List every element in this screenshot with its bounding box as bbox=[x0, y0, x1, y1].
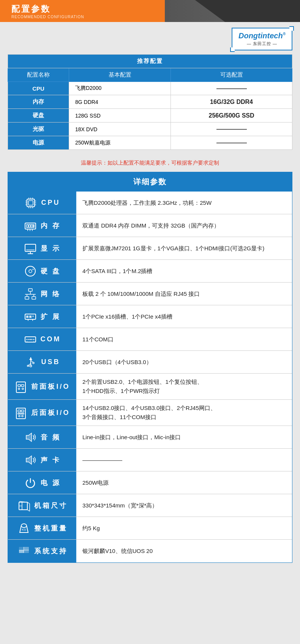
svg-rect-37 bbox=[26, 316, 28, 318]
svg-point-27 bbox=[29, 270, 32, 273]
detail-label-usb: USB bbox=[8, 351, 76, 373]
detail-label-text-audio: 音 频 bbox=[41, 433, 61, 442]
svg-marker-51 bbox=[29, 357, 32, 360]
memory-icon bbox=[23, 218, 38, 233]
header-title-en: RECOMMENDED CONFIGURATION bbox=[11, 15, 84, 19]
rec-row-optional bbox=[171, 82, 292, 95]
cpu-icon bbox=[24, 196, 38, 210]
svg-rect-39 bbox=[32, 316, 34, 317]
svg-point-68 bbox=[19, 415, 20, 417]
svg-rect-66 bbox=[20, 413, 22, 414]
svg-rect-64 bbox=[21, 410, 24, 412]
usb-icon bbox=[24, 355, 38, 369]
detail-label-text-rear-io: 后面板I/O bbox=[31, 408, 70, 417]
svg-rect-15 bbox=[27, 225, 28, 228]
main-content: 推荐配置 配置名称 基本配置 可选配置 CPU飞腾D2000内存8G DDR41… bbox=[0, 54, 300, 570]
header-title-cn: 配置参数 bbox=[11, 3, 84, 15]
rec-row-optional: 16G/32G DDR4 bbox=[171, 95, 292, 109]
detail-value-front-io: 2个前置USB2.0、1个电源按钮、1个复位按钮、 1个HDD指示、1个PWR指… bbox=[76, 374, 292, 399]
detail-value-display: 扩展景嘉微JM7201 1G显卡，1个VGA接口、1个HDMI接口(可选2G显卡… bbox=[76, 237, 292, 259]
hdd-icon bbox=[23, 264, 38, 278]
detail-row-cpu: CPU飞腾D2000处理器，工作主频 2.3GHz，功耗：25W bbox=[8, 192, 292, 214]
detail-row-memory: 内 存双通道 DDR4 内存 DIMM，可支持 32GB（国产内存） bbox=[8, 214, 292, 237]
detail-value-weight: 约5 Kg bbox=[76, 517, 292, 539]
rear-io-icon bbox=[14, 405, 28, 420]
svg-rect-67 bbox=[22, 413, 24, 414]
col-name-header: 配置名称 bbox=[8, 68, 69, 82]
rec-row: CPU飞腾D2000 bbox=[8, 82, 292, 95]
detail-row-display: 显 示扩展景嘉微JM7201 1G显卡，1个VGA接口、1个HDMI接口(可选2… bbox=[8, 237, 292, 260]
detail-label-text-expand: 扩 展 bbox=[41, 312, 61, 321]
detail-label-text-chassis: 机箱尺寸 bbox=[34, 501, 68, 510]
power-icon bbox=[23, 476, 38, 490]
svg-marker-70 bbox=[26, 433, 32, 441]
svg-rect-38 bbox=[29, 316, 32, 318]
logo-brand-cn: — 东田工控 — bbox=[238, 41, 286, 47]
detail-label-text-weight: 整机重量 bbox=[34, 524, 68, 533]
detail-section: 详细参数 CPU飞腾D2000处理器，工作主频 2.3GHz，功耗：25W bbox=[8, 172, 292, 563]
svg-rect-59 bbox=[21, 385, 24, 386]
svg-point-80 bbox=[21, 524, 27, 528]
rec-row-basic: 250W航嘉电源 bbox=[69, 136, 171, 150]
rec-row-basic: 8G DDR4 bbox=[69, 95, 171, 109]
detail-label-com: COM bbox=[8, 328, 76, 350]
dash-line bbox=[216, 143, 247, 143]
rec-row: 光驱18X DVD bbox=[8, 123, 292, 136]
detail-value-expand: 1个PCIe x16插槽、1个PCIe x4插槽 bbox=[76, 305, 292, 328]
detail-row-soundcard: 声 卡——————— bbox=[8, 449, 292, 471]
detail-label-audio: 音 频 bbox=[8, 426, 76, 448]
detail-label-text-com: COM bbox=[41, 335, 61, 343]
svg-rect-55 bbox=[27, 365, 29, 366]
rec-row-optional bbox=[171, 123, 292, 136]
svg-rect-63 bbox=[18, 410, 21, 412]
detail-row-network: 网 络板载 2 个 10M/100M/1000M 自适应 RJ45 接口 bbox=[8, 283, 292, 305]
svg-point-48 bbox=[27, 341, 27, 342]
rec-row-name: 电源 bbox=[8, 136, 69, 150]
col-optional-header: 可选配置 bbox=[171, 68, 292, 82]
dash-line bbox=[216, 129, 247, 130]
svg-rect-57 bbox=[16, 382, 25, 393]
detail-label-os: 系统支持 bbox=[8, 540, 76, 562]
rec-row-name: 硬盘 bbox=[8, 109, 69, 123]
rec-row-optional: 256G/500G SSD bbox=[171, 109, 292, 123]
detail-value-rear-io: 14个USB2.0接口、4个USB3.0接口、2个RJ45网口、 3个音频接口、… bbox=[76, 400, 292, 426]
detail-label-text-soundcard: 声 卡 bbox=[41, 456, 61, 465]
svg-rect-65 bbox=[18, 413, 19, 414]
dash-line bbox=[216, 88, 247, 89]
svg-point-60 bbox=[18, 388, 20, 390]
expand-icon bbox=[23, 309, 38, 324]
svg-point-46 bbox=[31, 339, 32, 340]
rec-table-title: 推荐配置 bbox=[8, 55, 292, 68]
detail-label-rear-io: 后面板I/O bbox=[8, 400, 76, 426]
svg-rect-84 bbox=[24, 547, 29, 550]
detail-label-text-memory: 内 存 bbox=[41, 221, 61, 230]
com-icon bbox=[23, 332, 38, 347]
svg-text:KG: KG bbox=[22, 528, 26, 531]
detail-value-network: 板载 2 个 10M/100M/1000M 自适应 RJ45 接口 bbox=[76, 283, 292, 305]
svg-point-44 bbox=[28, 339, 29, 340]
detail-row-hdd: 硬 盘4个SATA III口，1个M.2插槽 bbox=[8, 260, 292, 283]
weight-icon: KG bbox=[17, 521, 31, 536]
detail-row-weight: KG 整机重量约5 Kg bbox=[8, 517, 292, 540]
detail-row-usb: USB20个USB口（4个USB3.0） bbox=[8, 351, 292, 374]
svg-rect-17 bbox=[31, 225, 33, 228]
svg-line-76 bbox=[27, 510, 30, 511]
svg-point-54 bbox=[33, 362, 34, 364]
logo-box: Dongtintech® — 东田工控 — bbox=[232, 28, 292, 50]
detail-row-expand: 扩 展1个PCIe x16插槽、1个PCIe x4插槽 bbox=[8, 305, 292, 328]
svg-rect-30 bbox=[25, 297, 29, 299]
detail-value-memory: 双通道 DDR4 内存 DIMM，可支持 32GB（国产内存） bbox=[76, 214, 292, 237]
display-icon bbox=[23, 241, 38, 256]
rec-row-name: 光驱 bbox=[8, 123, 69, 136]
logo-brand-main: Dongtintech® bbox=[238, 31, 286, 40]
detail-label-text-power: 电 源 bbox=[41, 478, 61, 487]
svg-point-49 bbox=[33, 341, 34, 342]
header-banner: 配置参数 RECOMMENDED CONFIGURATION bbox=[0, 0, 300, 22]
rec-row-name: 内存 bbox=[8, 95, 69, 109]
svg-point-45 bbox=[30, 339, 31, 340]
detail-row-front-io: 前面板I/O2个前置USB2.0、1个电源按钮、1个复位按钮、 1个HDD指示、… bbox=[8, 374, 292, 400]
detail-value-chassis: 330*343*154mm（宽*深*高） bbox=[76, 494, 292, 517]
warning-text: 温馨提示：如以上配置不能满足要求，可根据客户要求定制 bbox=[8, 156, 292, 172]
detail-row-com: COM11个COM口 bbox=[8, 328, 292, 351]
svg-rect-22 bbox=[25, 244, 36, 251]
